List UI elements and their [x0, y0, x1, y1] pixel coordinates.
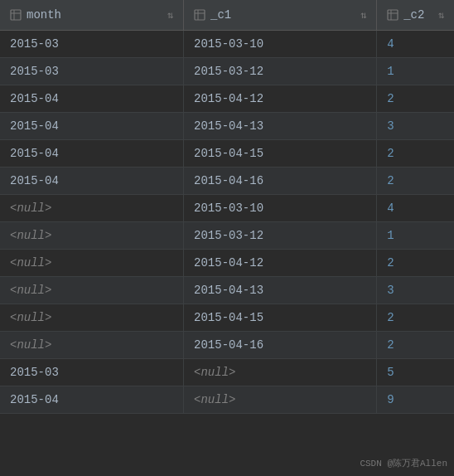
table-row: <null>2015-04-133 — [0, 277, 454, 304]
table-row: <null>2015-04-122 — [0, 250, 454, 277]
cell-month: <null> — [0, 332, 184, 359]
svg-rect-0 — [11, 10, 21, 20]
col-header-month[interactable]: month ⇅ — [0, 0, 184, 31]
cell-c2: 3 — [377, 113, 454, 140]
cell-c1: 2015-03-12 — [184, 58, 377, 85]
cell-c2: 1 — [377, 222, 454, 250]
table-row: 2015-032015-03-121 — [0, 58, 454, 85]
cell-month: 2015-03 — [0, 359, 184, 386]
table-row: <null>2015-03-104 — [0, 195, 454, 222]
table-header-row: month ⇅ _c1 ⇅ — [0, 0, 454, 31]
col-header-c1[interactable]: _c1 ⇅ — [184, 0, 377, 31]
watermark: CSDN @陈万君Allen — [360, 457, 447, 469]
cell-c2: 4 — [377, 195, 454, 222]
cell-c1: 2015-04-15 — [184, 140, 377, 168]
cell-month: 2015-04 — [0, 168, 184, 195]
cell-c1: <null> — [184, 359, 377, 386]
cell-c1: 2015-04-13 — [184, 277, 377, 304]
cell-month: <null> — [0, 277, 184, 304]
table-row: 2015-042015-04-133 — [0, 113, 454, 140]
col-c1-label: _c1 — [210, 8, 231, 22]
col-month-label: month — [27, 8, 61, 22]
cell-month: <null> — [0, 250, 184, 277]
cell-month: 2015-03 — [0, 58, 184, 85]
cell-month: <null> — [0, 222, 184, 250]
cell-c1: 2015-03-10 — [184, 195, 377, 222]
cell-c1: 2015-03-10 — [184, 31, 377, 58]
cell-c2: 2 — [377, 250, 454, 277]
table-icon — [194, 9, 205, 21]
cell-month: <null> — [0, 304, 184, 332]
cell-month: 2015-04 — [0, 85, 184, 113]
cell-c1: 2015-03-12 — [184, 222, 377, 250]
table-row: 2015-042015-04-122 — [0, 85, 454, 113]
cell-c2: 5 — [377, 359, 454, 386]
cell-month: 2015-04 — [0, 386, 184, 414]
cell-month: 2015-04 — [0, 113, 184, 140]
cell-c2: 9 — [377, 386, 454, 414]
table-row: 2015-03<null>5 — [0, 359, 454, 386]
table-row: 2015-042015-04-162 — [0, 168, 454, 195]
data-table: month ⇅ _c1 ⇅ — [0, 0, 454, 414]
cell-c2: 2 — [377, 332, 454, 359]
sort-icon-c2[interactable]: ⇅ — [438, 9, 444, 22]
sort-icon-month[interactable]: ⇅ — [167, 9, 173, 22]
table-icon — [10, 9, 22, 21]
table-row: 2015-042015-04-152 — [0, 140, 454, 168]
cell-c2: 2 — [377, 85, 454, 113]
cell-c1: 2015-04-15 — [184, 304, 377, 332]
cell-month: 2015-03 — [0, 31, 184, 58]
svg-rect-6 — [388, 10, 398, 20]
table-row: <null>2015-03-121 — [0, 222, 454, 250]
cell-c2: 2 — [377, 140, 454, 168]
cell-c1: 2015-04-16 — [184, 168, 377, 195]
table-row: <null>2015-04-152 — [0, 304, 454, 332]
cell-c1: 2015-04-12 — [184, 85, 377, 113]
col-header-c2[interactable]: _c2 ⇅ — [377, 0, 454, 31]
cell-c2: 4 — [377, 31, 454, 58]
cell-c2: 1 — [377, 58, 454, 85]
cell-month: 2015-04 — [0, 140, 184, 168]
svg-rect-3 — [195, 10, 205, 20]
cell-c1: 2015-04-13 — [184, 113, 377, 140]
cell-c2: 2 — [377, 304, 454, 332]
cell-c2: 3 — [377, 277, 454, 304]
table-row: <null>2015-04-162 — [0, 332, 454, 359]
sort-icon-c1[interactable]: ⇅ — [360, 9, 366, 22]
cell-month: <null> — [0, 195, 184, 222]
cell-c1: 2015-04-16 — [184, 332, 377, 359]
cell-c1: 2015-04-12 — [184, 250, 377, 277]
cell-c1: <null> — [184, 386, 377, 414]
table-icon — [387, 9, 398, 21]
col-c2-label: _c2 — [403, 8, 424, 22]
table-row: 2015-032015-03-104 — [0, 31, 454, 58]
table-row: 2015-04<null>9 — [0, 386, 454, 414]
cell-c2: 2 — [377, 168, 454, 195]
